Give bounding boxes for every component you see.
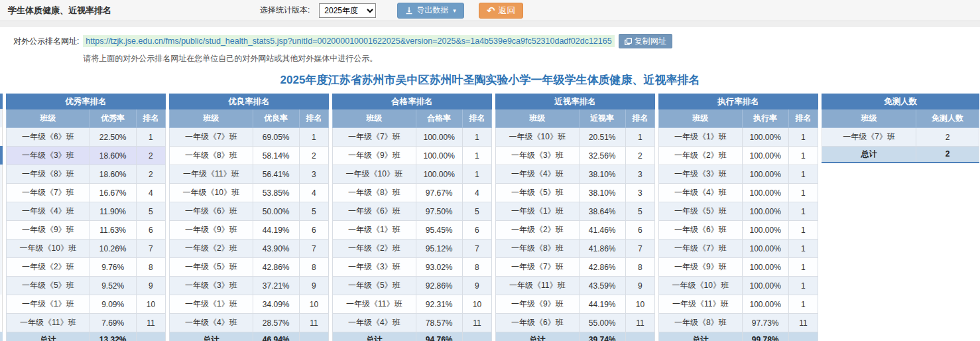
export-data-button[interactable]: 导出数据 ▾ [397,3,464,19]
table-row: 一年级《1》班9.09%10 [7,295,166,314]
page-module-title: 学生体质健康、近视率排名 [8,5,111,17]
table-row: 一年级《6》班97.50%5 [333,202,492,221]
col-header-class: 班级 [333,109,416,128]
table-row: 一年级《10》班100.00%1 [659,277,818,295]
total-label-cell: 总计 [170,332,253,341]
rank-cell: 2 [136,165,165,184]
rank-cell: 5 [625,202,654,221]
rate-cell: 100.00% [742,128,788,147]
rank-cell: 9 [299,277,328,295]
total-rank-cell [462,332,491,341]
class-name-cell: 一年级《1》班 [170,295,253,314]
rank-cell: 4 [462,184,491,202]
rate-cell: 55.00% [579,314,625,332]
table-row: 一年级《10》班53.85%4 [170,184,329,202]
table-row: 一年级《9》班44.19%10 [496,295,655,314]
rank-cell: 7 [625,239,654,258]
rate-cell: 100.00% [742,165,788,184]
rate-cell: 78.57% [416,314,462,332]
rank-cell: 1 [299,128,328,147]
page-title: 2025年度江苏省苏州市吴中区苏州叶圣陶实验小学一年级学生体质健康、近视率排名 [0,72,980,88]
class-name-cell: 一年级《2》班 [496,221,580,239]
col-header-rate: 执行率 [742,109,788,128]
rate-cell: 22.50% [90,128,136,147]
class-name-cell: 一年级《3》班 [333,258,416,277]
copy-url-button[interactable]: 复制网址 [619,34,672,48]
col-header-rate: 免测人数 [916,109,979,128]
table-row: 总计99.78% [659,332,818,341]
rate-cell: 20.51% [579,128,625,147]
table-row: 一年级《8》班58.14%2 [170,147,329,165]
table-row: 一年级《5》班100.00%1 [659,202,818,221]
class-name-cell: 一年级《11》班 [496,277,580,295]
rate-cell: 34.09% [253,295,299,314]
rate-cell: 69.05% [253,128,299,147]
table-row: 一年级《3》班100.00%1 [659,165,818,184]
rank-cell: 5 [299,202,328,221]
rate-cell: 100.00% [742,221,788,239]
class-name-cell: 一年级《2》班 [7,258,90,277]
col-header-rank: 排名 [136,109,165,128]
table-row: 一年级《6》班100.00%1 [659,221,818,239]
class-name-cell: 一年级《1》班 [333,221,416,239]
rank-cell: 11 [788,314,818,332]
rate-cell: 42.86% [579,258,625,277]
rank-cell: 11 [462,314,491,332]
rank-cell: 1 [462,165,491,184]
class-name-cell: 一年级《6》班 [659,221,743,239]
rate-cell: 53.85% [253,184,299,202]
stats-version-select[interactable]: 2025年度 [319,3,376,18]
table-row: 一年级《11》班100.00%1 [659,295,818,314]
rank-cell: 8 [462,258,491,277]
total-label-cell: 总计 [7,332,90,341]
class-name-cell: 一年级《7》班 [659,239,743,258]
rate-cell: 100.00% [742,147,788,165]
back-button[interactable]: ↶ 返回 [479,3,524,19]
class-name-cell: 一年级《10》班 [170,184,253,202]
col-header-rate: 合格率 [416,109,462,128]
rank-cell: 10 [136,295,165,314]
col-header-class: 班级 [659,109,743,128]
table-row: 一年级《3》班37.21%9 [170,277,329,295]
class-name-cell: 一年级《4》班 [496,165,580,184]
rate-cell: 50.00% [253,202,299,221]
table-row: 一年级《1》班100.00%1 [659,128,818,147]
class-name-cell: 一年级《9》班 [659,258,743,277]
table-row: 一年级《5》班38.10%3 [496,184,655,202]
table-row: 一年级《3》班18.60%2 [7,147,166,165]
rank-cell: 7 [136,239,165,258]
class-name-cell: 一年级《7》班 [333,128,416,147]
table-row: 一年级《7》班100.00%1 [659,239,818,258]
rank-cell: 1 [788,295,818,314]
col-header-class: 班级 [170,109,253,128]
class-name-cell: 一年级《6》班 [7,128,90,147]
table-row: 一年级《8》班18.60%2 [7,165,166,184]
rate-cell: 9.09% [90,295,136,314]
total-rate-cell: 13.32% [90,332,136,341]
rate-cell: 97.50% [416,202,462,221]
rank-cell: 8 [136,258,165,277]
class-name-cell: 一年级《9》班 [496,295,580,314]
table-myopia-rate: 近视率排名班级近视率排名一年级《10》班20.51%1一年级《3》班32.56%… [495,94,655,341]
publish-url-section: 对外公示排名网址: https://tzjk.jse.edu.cn/fms/pu… [0,27,980,68]
back-arrow-icon: ↶ [487,5,495,15]
table-title: 合格率排名 [333,94,492,109]
rate-cell: 43.59% [579,277,625,295]
rate-cell: 28.57% [253,314,299,332]
class-name-cell: 一年级《7》班 [170,128,253,147]
total-rank-cell [136,332,165,341]
class-name-cell: 一年级《6》班 [496,314,580,332]
table-row: 一年级《3》班32.56%2 [496,147,655,165]
publish-note: 请将上面的对外公示排名网址在您单位自己的对外网站或其他对外媒体中进行公示。 [83,53,672,64]
table-row: 一年级《9》班11.63%6 [7,221,166,239]
table-row: 一年级《7》班2 [822,128,979,147]
table-row: 一年级《6》班22.50%1 [7,128,166,147]
rate-cell: 38.10% [579,165,625,184]
total-label-cell: 总计 [496,332,580,341]
table-good-rate: 优良率排名班级优良率排名一年级《7》班69.05%1一年级《8》班58.14%2… [169,94,329,341]
rank-cell: 8 [625,258,654,277]
class-name-cell: 一年级《10》班 [496,128,580,147]
table-excellent-rate: 优秀率排名班级优秀率排名一年级《6》班22.50%1一年级《3》班18.60%2… [6,94,166,341]
rate-cell: 38.64% [579,202,625,221]
rank-cell: 10 [299,295,328,314]
